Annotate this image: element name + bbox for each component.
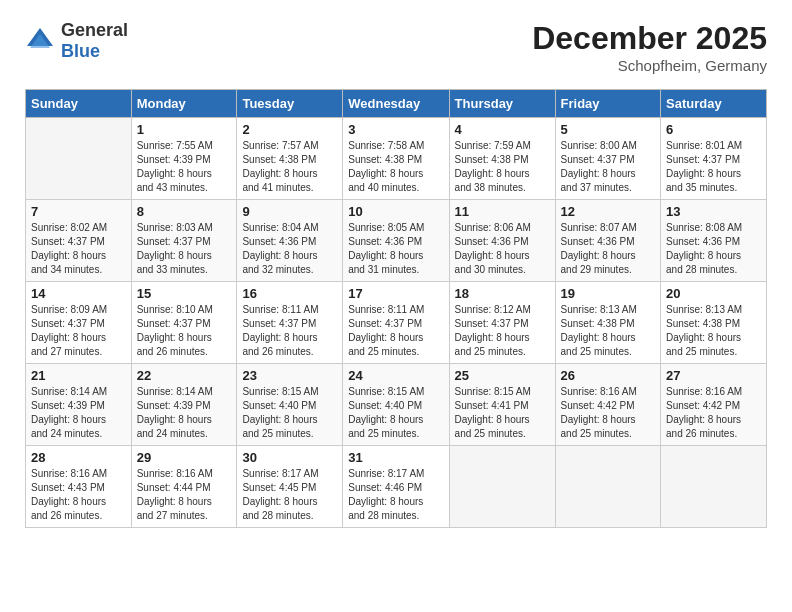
day-number: 29	[137, 450, 232, 465]
calendar-cell: 12Sunrise: 8:07 AMSunset: 4:36 PMDayligh…	[555, 200, 660, 282]
calendar-cell	[661, 446, 767, 528]
day-info: Sunrise: 8:11 AMSunset: 4:37 PMDaylight:…	[242, 303, 337, 359]
calendar-cell	[449, 446, 555, 528]
day-number: 4	[455, 122, 550, 137]
day-info: Sunrise: 8:03 AMSunset: 4:37 PMDaylight:…	[137, 221, 232, 277]
column-header-thursday: Thursday	[449, 90, 555, 118]
day-info: Sunrise: 7:55 AMSunset: 4:39 PMDaylight:…	[137, 139, 232, 195]
day-number: 22	[137, 368, 232, 383]
day-number: 19	[561, 286, 655, 301]
day-info: Sunrise: 7:59 AMSunset: 4:38 PMDaylight:…	[455, 139, 550, 195]
column-header-tuesday: Tuesday	[237, 90, 343, 118]
logo-general: General Blue	[61, 20, 128, 62]
calendar-cell: 27Sunrise: 8:16 AMSunset: 4:42 PMDayligh…	[661, 364, 767, 446]
calendar-cell: 20Sunrise: 8:13 AMSunset: 4:38 PMDayligh…	[661, 282, 767, 364]
day-number: 24	[348, 368, 443, 383]
day-number: 23	[242, 368, 337, 383]
calendar-cell: 28Sunrise: 8:16 AMSunset: 4:43 PMDayligh…	[26, 446, 132, 528]
calendar-cell: 1Sunrise: 7:55 AMSunset: 4:39 PMDaylight…	[131, 118, 237, 200]
day-info: Sunrise: 8:00 AMSunset: 4:37 PMDaylight:…	[561, 139, 655, 195]
column-header-saturday: Saturday	[661, 90, 767, 118]
calendar-cell: 13Sunrise: 8:08 AMSunset: 4:36 PMDayligh…	[661, 200, 767, 282]
day-info: Sunrise: 8:14 AMSunset: 4:39 PMDaylight:…	[31, 385, 126, 441]
calendar-cell: 25Sunrise: 8:15 AMSunset: 4:41 PMDayligh…	[449, 364, 555, 446]
logo: General Blue	[25, 20, 128, 62]
calendar-cell	[555, 446, 660, 528]
calendar-cell: 5Sunrise: 8:00 AMSunset: 4:37 PMDaylight…	[555, 118, 660, 200]
day-number: 15	[137, 286, 232, 301]
calendar-cell: 15Sunrise: 8:10 AMSunset: 4:37 PMDayligh…	[131, 282, 237, 364]
column-header-friday: Friday	[555, 90, 660, 118]
calendar-cell: 10Sunrise: 8:05 AMSunset: 4:36 PMDayligh…	[343, 200, 449, 282]
calendar-cell: 17Sunrise: 8:11 AMSunset: 4:37 PMDayligh…	[343, 282, 449, 364]
calendar-week-3: 14Sunrise: 8:09 AMSunset: 4:37 PMDayligh…	[26, 282, 767, 364]
calendar-cell: 18Sunrise: 8:12 AMSunset: 4:37 PMDayligh…	[449, 282, 555, 364]
column-header-sunday: Sunday	[26, 90, 132, 118]
calendar-cell: 19Sunrise: 8:13 AMSunset: 4:38 PMDayligh…	[555, 282, 660, 364]
day-info: Sunrise: 8:02 AMSunset: 4:37 PMDaylight:…	[31, 221, 126, 277]
day-number: 26	[561, 368, 655, 383]
day-info: Sunrise: 8:09 AMSunset: 4:37 PMDaylight:…	[31, 303, 126, 359]
day-number: 11	[455, 204, 550, 219]
day-number: 20	[666, 286, 761, 301]
calendar-cell: 16Sunrise: 8:11 AMSunset: 4:37 PMDayligh…	[237, 282, 343, 364]
day-number: 28	[31, 450, 126, 465]
day-info: Sunrise: 8:14 AMSunset: 4:39 PMDaylight:…	[137, 385, 232, 441]
title-block: December 2025 Schopfheim, Germany	[532, 20, 767, 74]
day-number: 3	[348, 122, 443, 137]
day-number: 5	[561, 122, 655, 137]
column-header-monday: Monday	[131, 90, 237, 118]
calendar-cell: 24Sunrise: 8:15 AMSunset: 4:40 PMDayligh…	[343, 364, 449, 446]
day-number: 6	[666, 122, 761, 137]
calendar-cell: 2Sunrise: 7:57 AMSunset: 4:38 PMDaylight…	[237, 118, 343, 200]
day-info: Sunrise: 8:13 AMSunset: 4:38 PMDaylight:…	[561, 303, 655, 359]
calendar-week-4: 21Sunrise: 8:14 AMSunset: 4:39 PMDayligh…	[26, 364, 767, 446]
calendar-header-row: SundayMondayTuesdayWednesdayThursdayFrid…	[26, 90, 767, 118]
calendar-cell: 22Sunrise: 8:14 AMSunset: 4:39 PMDayligh…	[131, 364, 237, 446]
location-subtitle: Schopfheim, Germany	[532, 57, 767, 74]
day-number: 14	[31, 286, 126, 301]
calendar-cell: 6Sunrise: 8:01 AMSunset: 4:37 PMDaylight…	[661, 118, 767, 200]
day-info: Sunrise: 8:05 AMSunset: 4:36 PMDaylight:…	[348, 221, 443, 277]
day-info: Sunrise: 7:58 AMSunset: 4:38 PMDaylight:…	[348, 139, 443, 195]
day-info: Sunrise: 8:11 AMSunset: 4:37 PMDaylight:…	[348, 303, 443, 359]
column-header-wednesday: Wednesday	[343, 90, 449, 118]
calendar-cell: 11Sunrise: 8:06 AMSunset: 4:36 PMDayligh…	[449, 200, 555, 282]
page-header: General Blue December 2025 Schopfheim, G…	[25, 20, 767, 74]
day-number: 21	[31, 368, 126, 383]
calendar-cell: 14Sunrise: 8:09 AMSunset: 4:37 PMDayligh…	[26, 282, 132, 364]
calendar-body: 1Sunrise: 7:55 AMSunset: 4:39 PMDaylight…	[26, 118, 767, 528]
day-number: 10	[348, 204, 443, 219]
day-number: 9	[242, 204, 337, 219]
calendar-week-1: 1Sunrise: 7:55 AMSunset: 4:39 PMDaylight…	[26, 118, 767, 200]
calendar-week-5: 28Sunrise: 8:16 AMSunset: 4:43 PMDayligh…	[26, 446, 767, 528]
day-info: Sunrise: 8:15 AMSunset: 4:41 PMDaylight:…	[455, 385, 550, 441]
day-info: Sunrise: 8:17 AMSunset: 4:45 PMDaylight:…	[242, 467, 337, 523]
day-info: Sunrise: 8:04 AMSunset: 4:36 PMDaylight:…	[242, 221, 337, 277]
calendar-cell: 30Sunrise: 8:17 AMSunset: 4:45 PMDayligh…	[237, 446, 343, 528]
day-info: Sunrise: 8:16 AMSunset: 4:44 PMDaylight:…	[137, 467, 232, 523]
calendar-week-2: 7Sunrise: 8:02 AMSunset: 4:37 PMDaylight…	[26, 200, 767, 282]
day-number: 7	[31, 204, 126, 219]
day-number: 17	[348, 286, 443, 301]
day-number: 31	[348, 450, 443, 465]
day-info: Sunrise: 8:10 AMSunset: 4:37 PMDaylight:…	[137, 303, 232, 359]
day-number: 16	[242, 286, 337, 301]
day-number: 13	[666, 204, 761, 219]
day-info: Sunrise: 8:16 AMSunset: 4:43 PMDaylight:…	[31, 467, 126, 523]
calendar-cell: 23Sunrise: 8:15 AMSunset: 4:40 PMDayligh…	[237, 364, 343, 446]
calendar-cell: 29Sunrise: 8:16 AMSunset: 4:44 PMDayligh…	[131, 446, 237, 528]
calendar-cell	[26, 118, 132, 200]
day-info: Sunrise: 8:15 AMSunset: 4:40 PMDaylight:…	[242, 385, 337, 441]
day-info: Sunrise: 8:06 AMSunset: 4:36 PMDaylight:…	[455, 221, 550, 277]
day-number: 1	[137, 122, 232, 137]
day-number: 18	[455, 286, 550, 301]
day-info: Sunrise: 8:07 AMSunset: 4:36 PMDaylight:…	[561, 221, 655, 277]
day-number: 8	[137, 204, 232, 219]
day-info: Sunrise: 8:17 AMSunset: 4:46 PMDaylight:…	[348, 467, 443, 523]
day-info: Sunrise: 8:01 AMSunset: 4:37 PMDaylight:…	[666, 139, 761, 195]
day-info: Sunrise: 8:15 AMSunset: 4:40 PMDaylight:…	[348, 385, 443, 441]
calendar-cell: 31Sunrise: 8:17 AMSunset: 4:46 PMDayligh…	[343, 446, 449, 528]
day-info: Sunrise: 8:16 AMSunset: 4:42 PMDaylight:…	[666, 385, 761, 441]
month-title: December 2025	[532, 20, 767, 57]
